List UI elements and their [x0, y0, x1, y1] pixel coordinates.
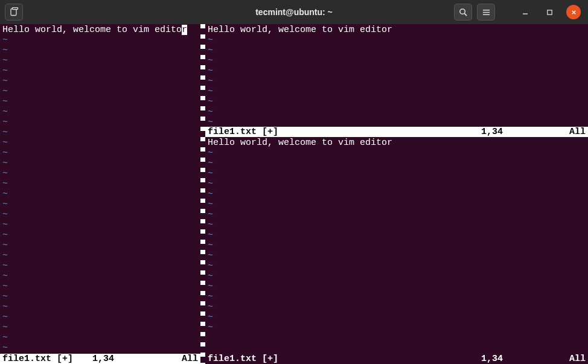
tilde-line: ~: [0, 261, 200, 271]
tilde-line: ~: [205, 117, 588, 127]
tilde-line: ~: [0, 107, 200, 117]
tilde-line: ~: [0, 343, 200, 353]
tilde-line: ~: [205, 302, 588, 312]
titlebar-right: [454, 4, 583, 21]
tilde-line: ~: [205, 179, 588, 189]
tilde-line: ~: [205, 86, 588, 97]
tilde-line: ~: [0, 168, 200, 179]
search-button[interactable]: [454, 4, 472, 21]
maximize-icon: [546, 9, 553, 16]
terminal-body[interactable]: Hello world, welcome to vim editor ~~~~~…: [0, 24, 588, 364]
search-icon: [459, 8, 468, 17]
tilde-line: ~: [0, 292, 200, 302]
close-icon: [570, 9, 577, 16]
tilde-line: ~: [0, 189, 200, 199]
status-scroll: All: [569, 354, 586, 364]
tilde-line: ~: [205, 220, 588, 230]
status-filename: file1.txt [+]: [2, 354, 73, 364]
tilde-line: ~: [0, 333, 200, 343]
tilde-line: ~: [205, 66, 588, 76]
tilde-line: ~: [0, 148, 200, 158]
tilde-line: ~: [0, 117, 200, 127]
tilde-line: ~: [0, 86, 200, 97]
tilde-line: ~: [0, 35, 200, 45]
tilde-line: ~: [205, 199, 588, 209]
tilde-line: ~: [0, 45, 200, 56]
tilde-line: ~: [0, 240, 200, 251]
maximize-button[interactable]: [542, 5, 557, 19]
buffer-line: Hello world, welcome to vim editor: [0, 25, 200, 35]
pane-content[interactable]: Hello world, welcome to vim editor ~~~~~…: [0, 24, 200, 354]
tilde-line: ~: [205, 56, 588, 66]
vertical-split-separator[interactable]: [200, 24, 205, 364]
statusline-right-bottom: file1.txt [+] 1,34 All: [205, 354, 588, 364]
tilde-line: ~: [205, 45, 588, 56]
tab-icon: [9, 7, 19, 17]
pane-content[interactable]: Hello world, welcome to vim editor ~~~~~…: [205, 137, 588, 354]
close-button[interactable]: [566, 5, 581, 19]
tilde-line: ~: [0, 302, 200, 312]
statusline-right-top: file1.txt [+] 1,34 All: [205, 127, 588, 137]
vim-pane-right-bottom[interactable]: Hello world, welcome to vim editor ~~~~~…: [205, 137, 588, 364]
tilde-line: ~: [205, 189, 588, 199]
buffer-line: Hello world, welcome to vim editor: [205, 25, 588, 35]
cursor: r: [182, 25, 187, 35]
tilde-line: ~: [205, 292, 588, 302]
status-scroll: All: [569, 127, 586, 137]
tilde-line: ~: [205, 261, 588, 271]
status-filename: file1.txt [+]: [208, 354, 278, 364]
tilde-line: ~: [0, 230, 200, 240]
pane-content[interactable]: Hello world, welcome to vim editor ~~~~~…: [205, 24, 588, 127]
svg-rect-1: [13, 8, 18, 10]
tilde-line: ~: [0, 199, 200, 209]
svg-line-3: [464, 13, 467, 16]
menu-button[interactable]: [477, 4, 495, 21]
statusline-left: file1.txt [+] 1,34 All: [0, 354, 200, 364]
tilde-line: ~: [0, 322, 200, 333]
tilde-line: ~: [205, 158, 588, 168]
tilde-line: ~: [0, 209, 200, 220]
svg-point-2: [459, 8, 464, 13]
tilde-line: ~: [205, 107, 588, 117]
tilde-line: ~: [0, 220, 200, 230]
status-filename: file1.txt [+]: [208, 127, 278, 137]
status-position: 1,34: [92, 354, 114, 364]
tilde-line: ~: [205, 148, 588, 158]
tilde-line: ~: [0, 56, 200, 66]
tilde-line: ~: [0, 138, 200, 148]
tilde-line: ~: [0, 179, 200, 189]
vim-pane-right-top[interactable]: Hello world, welcome to vim editor ~~~~~…: [205, 24, 588, 137]
tilde-line: ~: [205, 97, 588, 107]
tilde-line: ~: [0, 158, 200, 168]
vim-pane-left[interactable]: Hello world, welcome to vim editor ~~~~~…: [0, 24, 200, 364]
tilde-line: ~: [0, 66, 200, 76]
minimize-icon: [522, 8, 529, 16]
buffer-line: Hello world, welcome to vim editor: [205, 138, 588, 148]
tilde-line: ~: [0, 97, 200, 107]
tilde-line: ~: [205, 312, 588, 322]
new-tab-button[interactable]: [5, 4, 23, 21]
hamburger-icon: [482, 8, 491, 17]
tilde-line: ~: [0, 251, 200, 261]
tilde-line: ~: [205, 281, 588, 292]
tilde-line: ~: [205, 271, 588, 281]
vim-pane-right-container: Hello world, welcome to vim editor ~~~~~…: [205, 24, 588, 364]
tilde-line: ~: [205, 209, 588, 220]
titlebar-left: [5, 4, 23, 21]
tilde-line: ~: [205, 251, 588, 261]
status-position: 1,34: [481, 127, 503, 137]
tilde-line: ~: [205, 322, 588, 333]
minimize-button[interactable]: [518, 5, 532, 19]
tilde-line: ~: [0, 271, 200, 281]
svg-rect-8: [547, 10, 551, 14]
tilde-line: ~: [205, 230, 588, 240]
tilde-line: ~: [205, 240, 588, 251]
tilde-line: ~: [0, 76, 200, 86]
tilde-line: ~: [205, 35, 588, 45]
tilde-line: ~: [205, 168, 588, 179]
window-title: tecmint@ubuntu: ~: [255, 7, 333, 17]
tilde-line: ~: [205, 76, 588, 86]
tilde-line: ~: [0, 312, 200, 322]
tilde-line: ~: [0, 127, 200, 138]
tilde-line: ~: [0, 281, 200, 292]
